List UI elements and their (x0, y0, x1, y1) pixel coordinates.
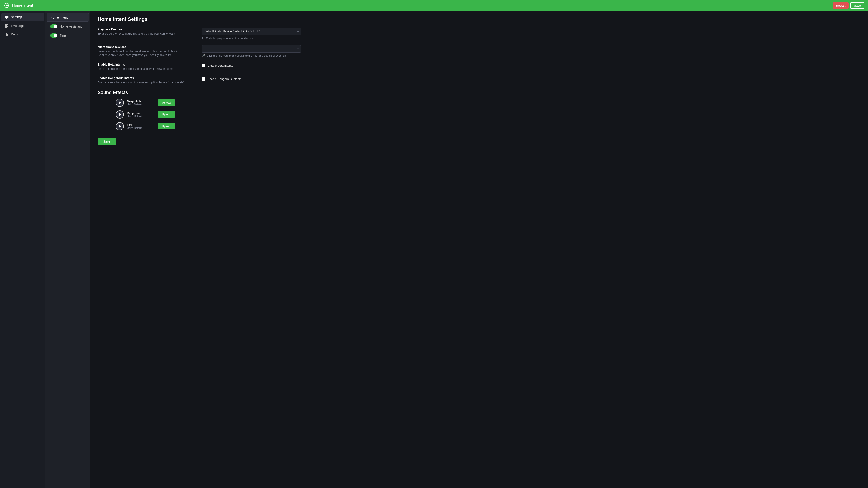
svg-rect-7 (5, 25, 7, 26)
mic-control-col: ▾ 🎤 Click the mic icon, then speak into … (202, 45, 861, 57)
svg-rect-9 (5, 27, 7, 28)
upload-error-button[interactable]: Upload (158, 123, 175, 129)
sidebar: Settings Live Logs Docs (0, 11, 45, 488)
settings-content: Home Intent Settings Playback Devices Tr… (90, 11, 868, 488)
svg-rect-8 (5, 26, 8, 27)
subnav-label-home-assistant: Home Assistant (60, 25, 82, 28)
sound-info-error: Error Using Default (127, 123, 154, 129)
app-title: Home Intent (12, 3, 33, 7)
page-title: Home Intent Settings (98, 16, 861, 22)
logs-icon (5, 24, 8, 28)
sidebar-label-docs: Docs (11, 33, 18, 36)
section-microphone-devices: Microphone Devices Select a microphone f… (98, 45, 861, 57)
play-circle-icon: ⏵ (202, 36, 205, 40)
mic-desc: Select a microphone from the dropdown an… (98, 50, 196, 57)
play-beep-high-button[interactable] (116, 99, 124, 107)
beta-intents-label[interactable]: Enable Beta Intents (208, 64, 233, 67)
topbar: Home Intent Restart Save (0, 0, 868, 11)
play-icon (119, 125, 122, 128)
play-error-button[interactable] (116, 122, 124, 130)
sound-effects-title: Sound Effects (98, 90, 861, 95)
sound-effect-error: Error Using Default Upload (98, 122, 861, 130)
play-icon (119, 113, 122, 116)
sound-status-beep-high: Using Default (127, 103, 154, 106)
dangerous-title: Enable Dangerous Intents (98, 76, 196, 80)
dangerous-checkbox-row: Enable Dangerous Intents (202, 76, 861, 82)
sound-info-beep-high: Beep High Using Default (127, 100, 154, 106)
sidebar-item-settings[interactable]: Settings (1, 13, 44, 21)
section-dangerous-intents: Enable Dangerous Intents Enable intents … (98, 76, 861, 85)
sound-name-beep-low: Beep Low (127, 111, 154, 115)
upload-beep-low-button[interactable]: Upload (158, 111, 175, 118)
save-top-button[interactable]: Save (850, 2, 864, 9)
sidebar-item-docs[interactable]: Docs (1, 30, 44, 38)
mic-icon: 🎤 (202, 54, 205, 57)
play-beep-low-button[interactable] (116, 110, 124, 119)
upload-beep-high-button[interactable]: Upload (158, 99, 175, 106)
svg-marker-14 (119, 125, 121, 128)
docs-icon (5, 33, 8, 36)
subnav-item-home-intent[interactable]: Home Intent (46, 13, 89, 22)
sound-effect-beep-high: Beep High Using Default Upload (98, 99, 861, 107)
playback-dropdown[interactable]: Default Audio Device (default:CARD=USB) (202, 28, 301, 35)
beta-label-col: Enable Beta Intents Enable intents that … (98, 63, 202, 71)
section-beta-intents: Enable Beta Intents Enable intents that … (98, 63, 861, 71)
sound-status-beep-low: Using Default (127, 115, 154, 118)
sidebar-label-settings: Settings (11, 15, 22, 19)
sound-name-error: Error (127, 123, 154, 127)
section-playback-devices: Playback Devices Try a 'default:' or 'sy… (98, 28, 861, 40)
main-layout: Settings Live Logs Docs Home Intent (0, 11, 868, 488)
subnav-item-timer[interactable]: Timer (46, 31, 89, 40)
mic-title: Microphone Devices (98, 45, 196, 48)
toggle-timer[interactable] (50, 33, 57, 37)
app-icon (4, 2, 10, 8)
mic-dropdown-wrapper: ▾ (202, 45, 301, 53)
dangerous-control-col: Enable Dangerous Intents (202, 76, 861, 82)
beta-checkbox-row: Enable Beta Intents (202, 63, 861, 68)
mic-dropdown[interactable] (202, 45, 301, 53)
dangerous-label-col: Enable Dangerous Intents Enable intents … (98, 76, 202, 85)
beta-intents-checkbox[interactable] (202, 64, 205, 67)
svg-rect-10 (6, 34, 7, 35)
svg-marker-13 (119, 113, 121, 116)
playback-label-col: Playback Devices Try a 'default:' or 'sy… (98, 28, 202, 36)
sidebar-label-live-logs: Live Logs (11, 24, 24, 28)
subnav-item-home-assistant[interactable]: Home Assistant (46, 22, 89, 31)
play-icon (119, 101, 122, 104)
save-bottom-button[interactable]: Save (98, 138, 116, 145)
dangerous-intents-label[interactable]: Enable Dangerous Intents (208, 77, 241, 80)
playback-hint: ⏵ Click the play icon to test the audio … (202, 36, 861, 40)
mic-hint: 🎤 Click the mic icon, then speak into th… (202, 54, 861, 57)
playback-desc: Try a 'default:' or 'sysdefault:' first … (98, 32, 196, 36)
dangerous-desc: Enable intents that are known to cause r… (98, 80, 196, 85)
sound-status-error: Using Default (127, 127, 154, 129)
playback-dropdown-wrapper: Default Audio Device (default:CARD=USB) … (202, 28, 301, 35)
svg-rect-6 (5, 24, 8, 25)
content-area: Home Intent Home Assistant Timer Home In… (45, 11, 868, 488)
svg-marker-12 (119, 101, 121, 104)
svg-rect-11 (6, 35, 7, 35)
subnav: Home Intent Home Assistant Timer (45, 11, 90, 488)
dangerous-intents-checkbox[interactable] (202, 77, 205, 81)
playback-title: Playback Devices (98, 28, 196, 31)
sound-name-beep-high: Beep High (127, 100, 154, 103)
svg-point-1 (6, 4, 8, 6)
beta-control-col: Enable Beta Intents (202, 63, 861, 68)
subnav-label-home-intent: Home Intent (51, 15, 68, 19)
gear-icon (5, 15, 8, 19)
toggle-home-assistant[interactable] (50, 24, 57, 29)
beta-desc: Enable intents that are currently in bet… (98, 67, 196, 71)
sidebar-item-live-logs[interactable]: Live Logs (1, 22, 44, 30)
beta-title: Enable Beta Intents (98, 63, 196, 66)
subnav-label-timer: Timer (60, 34, 68, 37)
playback-control-col: Default Audio Device (default:CARD=USB) … (202, 28, 861, 40)
sound-info-beep-low: Beep Low Using Default (127, 111, 154, 118)
restart-button[interactable]: Restart (833, 2, 848, 8)
mic-label-col: Microphone Devices Select a microphone f… (98, 45, 202, 57)
sound-effect-beep-low: Beep Low Using Default Upload (98, 110, 861, 119)
